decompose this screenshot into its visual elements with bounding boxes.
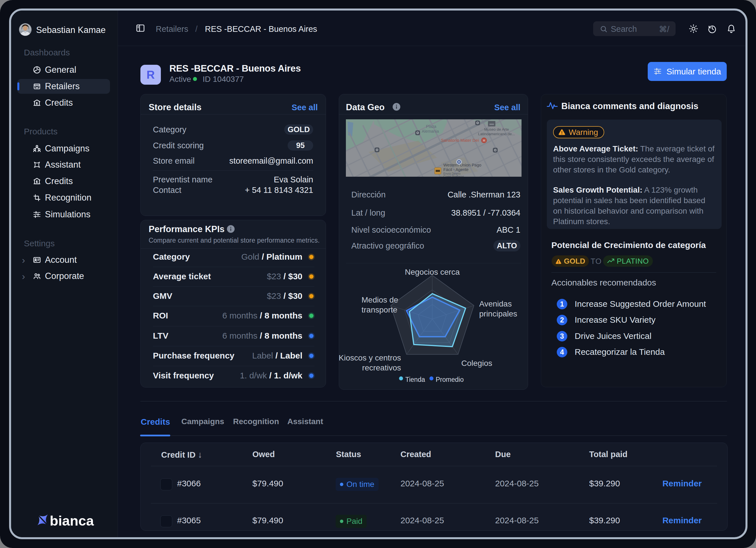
svg-text:Alemania: Alemania	[422, 129, 439, 134]
svg-text:Sanatorio Mater Dei: Sanatorio Mater Dei	[441, 138, 479, 143]
svg-text:Como Prefieras: Como Prefieras	[443, 175, 464, 177]
svg-text:Museo de Arte: Museo de Arte	[484, 127, 509, 132]
svg-text:Fácil - Agente: Fácil - Agente	[443, 167, 469, 172]
svg-text:H: H	[483, 139, 485, 143]
svg-text:Plaza: Plaza	[426, 124, 437, 129]
svg-text:Latinoamericano de...: Latinoamericano de...	[478, 132, 515, 136]
svg-text:Western Union Pago: Western Union Pago	[443, 163, 481, 167]
